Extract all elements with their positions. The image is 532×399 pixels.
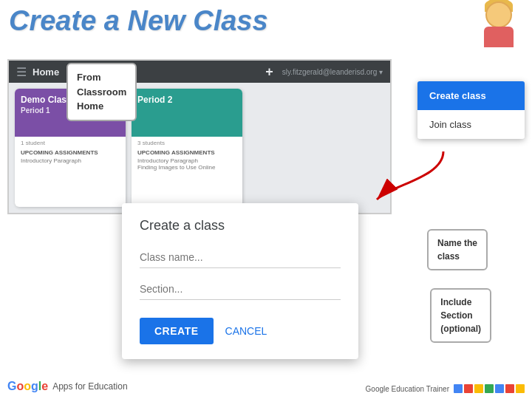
avatar-body [484,27,514,47]
class-card-body-2: 3 students UPCOMING ASSIGNMENTS Introduc… [132,137,242,174]
class-name-2: Period 2 [137,95,236,105]
footer-apps-text: Apps for Education [52,381,127,392]
callout-name-line1: Name the [437,238,477,248]
footer-left: Google Apps for Education [7,380,128,393]
callout-from: From Classroom Home [66,63,137,121]
callout-from-line3: Home [77,100,103,112]
assignment-item-2: Introductory Paragraph [137,157,236,164]
create-dialog: Create a class CREATE CANCEL [122,203,358,359]
plus-icon[interactable]: + [265,64,273,80]
avatar [473,1,525,57]
footer-trainer-text: Google Education Trainer [366,385,449,393]
section-input[interactable] [140,280,341,300]
class-card-header-2: Period 2 [132,89,242,137]
callout-section-line2: Section [440,310,472,321]
callout-include-section: Include Section (optional) [430,288,491,343]
student-count-2: 3 students [137,140,236,146]
page-title: Create a New Class [9,6,268,37]
color-block [454,384,463,393]
class-card-2[interactable]: Period 2 3 students UPCOMING ASSIGNMENTS… [132,89,242,207]
class-card-body-1: 1 student UPCOMING ASSIGNMENTS Introduct… [15,137,126,167]
create-class-item[interactable]: Create class [417,81,525,110]
callout-section-line1: Include [440,297,471,307]
avatar-head [485,1,512,28]
join-class-item[interactable]: Join class [417,110,525,139]
google-logo: Google [7,380,48,393]
arrow-indicator [369,148,458,207]
callout-from-line2: Classroom [77,86,126,98]
topbar-home-label[interactable]: Home [33,66,59,78]
callout-name-the-class: Name the class [427,229,488,270]
cancel-button[interactable]: CANCEL [225,325,267,337]
color-blocks [454,384,525,393]
menu-icon[interactable]: ☰ [16,65,27,79]
footer-right: Google Education Trainer [366,384,525,393]
callout-section-line3: (optional) [440,324,481,334]
assignment-item-1: Introductory Paragraph [21,157,120,164]
color-block [516,384,525,393]
callout-from-line1: From [77,72,101,83]
classroom-screenshot: ☰ Home + sly.fitzgerald@leanderisd.org ▾… [7,59,392,214]
assignments-label-1: UPCOMING ASSIGNMENTS [21,149,120,156]
callout-name-line2: class [437,251,460,262]
create-button[interactable]: CREATE [140,318,214,344]
class-name-input[interactable] [140,248,341,268]
topbar-user: sly.fitzgerald@leanderisd.org ▾ [282,68,383,76]
student-count-1: 1 student [21,140,120,146]
dialog-title: Create a class [140,218,341,233]
color-block [495,384,504,393]
color-block [505,384,514,393]
assignments-label-2: UPCOMING ASSIGNMENTS [137,149,236,156]
dropdown-panel: Create class Join class [417,81,525,139]
dialog-actions: CREATE CANCEL [140,318,341,344]
color-block [474,384,483,393]
color-block [464,384,473,393]
color-block [485,384,494,393]
assignment-item-3: Finding Images to Use Online [137,164,236,171]
